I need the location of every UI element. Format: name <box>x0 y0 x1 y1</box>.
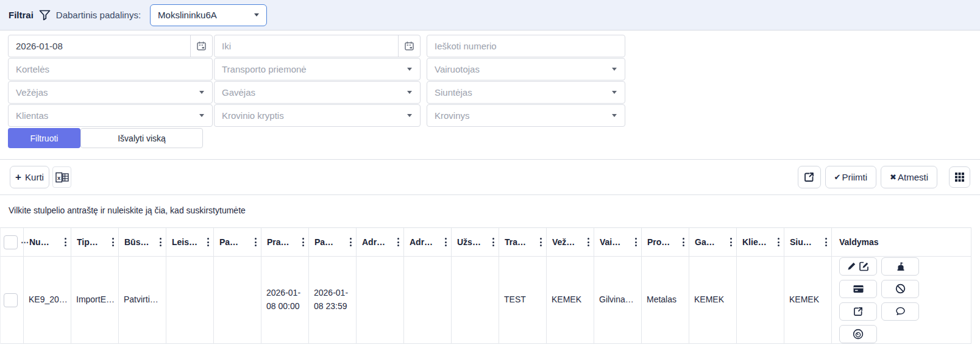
column-menu-icon[interactable] <box>634 236 638 248</box>
column-menu-icon[interactable] <box>491 236 495 248</box>
column-header[interactable]: Pa… <box>309 228 357 256</box>
column-header[interactable]: Adr… <box>357 228 404 256</box>
column-menu-icon[interactable] <box>539 236 543 248</box>
row-checkbox[interactable] <box>4 293 18 307</box>
search-number-input[interactable]: Ieškoti numerio <box>427 35 625 57</box>
columns-grid-button[interactable] <box>949 166 970 188</box>
sign-button[interactable] <box>881 257 919 276</box>
date-from-value: 2026-01-08 <box>9 41 190 51</box>
chevron-down-icon <box>199 91 204 94</box>
column-header[interactable]: Tip… <box>71 228 119 256</box>
table-cell <box>404 257 452 343</box>
table-cell: Metalas <box>642 257 689 343</box>
edit-button[interactable] <box>839 257 877 276</box>
select-all-cell: ⋯ <box>1 228 24 256</box>
table-cell <box>357 257 404 343</box>
column-header-label: Pra… <box>267 237 301 247</box>
division-label: Dabartinis padalinys: <box>56 10 141 20</box>
gauge-button[interactable] <box>839 325 877 343</box>
table-cell: KEMEK <box>547 257 594 343</box>
filter-clear-button[interactable]: Išvalyti viską <box>80 128 203 148</box>
column-menu-icon[interactable] <box>158 236 163 248</box>
table-cell: ImportE… <box>71 257 119 343</box>
column-header-label: Vež… <box>552 237 586 247</box>
date-from-field[interactable]: 2026-01-08 <box>8 35 213 57</box>
table-cell: Patvirti… <box>119 257 166 343</box>
column-header[interactable]: Vai… <box>594 228 642 256</box>
column-header[interactable]: Pro… <box>642 228 689 256</box>
comment-icon <box>895 307 906 316</box>
column-menu-icon[interactable] <box>681 236 686 248</box>
column-menu-icon[interactable] <box>254 236 258 248</box>
chevron-down-icon <box>407 68 412 71</box>
column-header[interactable]: Tra… <box>499 228 547 256</box>
share-icon <box>853 307 863 316</box>
share-button[interactable] <box>798 166 821 188</box>
share-icon <box>804 172 814 182</box>
column-header[interactable]: Siu… <box>784 228 832 256</box>
column-header[interactable]: Ga… <box>689 228 737 256</box>
row-select-cell <box>1 257 24 343</box>
column-header-label: Adr… <box>362 237 396 247</box>
columns-grid-icon <box>955 173 964 182</box>
column-header[interactable]: Klie… <box>737 228 784 256</box>
table-cell: 2026-01-08 00:00 <box>261 257 309 343</box>
carrier-select[interactable]: Vežėjas <box>8 81 213 104</box>
column-header[interactable]: Užs… <box>452 228 499 256</box>
column-header[interactable]: Nu… <box>24 228 71 256</box>
excel-export-icon: x <box>55 171 69 184</box>
driver-select[interactable]: Vairuotojas <box>427 58 625 80</box>
column-header[interactable]: Pra… <box>261 228 309 256</box>
cards-input[interactable]: Kortelės <box>8 58 213 80</box>
column-menu-icon[interactable] <box>444 236 448 248</box>
date-to-field[interactable]: Iki <box>214 35 421 57</box>
column-menu-icon[interactable] <box>206 236 210 248</box>
select-all-checkbox[interactable] <box>4 235 18 249</box>
sender-select[interactable]: Siuntėjas <box>427 81 625 104</box>
date-to-placeholder: Iki <box>215 41 398 51</box>
filter-apply-button[interactable]: Filtruoti <box>8 128 80 148</box>
receiver-select[interactable]: Gavėjas <box>214 81 421 104</box>
column-header[interactable]: Vež… <box>547 228 594 256</box>
column-menu-icon[interactable] <box>396 236 400 248</box>
table-cell: KE9_20… <box>24 257 71 343</box>
column-menu-icon[interactable] <box>824 236 828 248</box>
column-menu-icon[interactable] <box>301 236 305 248</box>
column-header-label: Tra… <box>505 237 539 247</box>
division-select[interactable]: Mokslininku6A <box>150 4 267 26</box>
create-button[interactable]: + Kurti <box>10 166 49 188</box>
comment-button[interactable] <box>881 302 919 321</box>
column-menu-icon[interactable] <box>776 236 781 248</box>
table-cell: TEST <box>499 257 547 343</box>
excel-export-button[interactable]: x <box>52 166 71 188</box>
transport-select[interactable]: Transporto priemonė <box>214 58 421 80</box>
table-body: KE9_20…ImportE…Patvirti…2026-01-08 00:00… <box>1 257 971 344</box>
table-cell <box>166 257 214 343</box>
column-menu-icon[interactable] <box>586 236 591 248</box>
column-header[interactable]: Leis… <box>166 228 214 256</box>
column-header[interactable]: Būs… <box>119 228 166 256</box>
client-select[interactable]: Klientas <box>8 104 213 127</box>
column-header[interactable]: Pa… <box>214 228 261 256</box>
data-grid: ⋯ Nu…Tip…Būs…Leis…Pa…Pra…Pa…Adr…Adr…Užs…… <box>0 227 971 344</box>
table-cell: Gilvina… <box>594 257 642 343</box>
accept-button[interactable]: ✔ Priimti <box>825 166 877 188</box>
card-button[interactable] <box>839 280 877 298</box>
calendar-icon[interactable] <box>398 35 420 57</box>
column-menu-icon[interactable] <box>111 236 115 248</box>
cargo-direction-select[interactable]: Krovinio kryptis <box>214 104 421 127</box>
column-header[interactable]: Adr… <box>404 228 452 256</box>
cargo-select[interactable]: Krovinys <box>427 104 625 127</box>
header-bar: Filtrai Dabartinis padalinys: Mokslinink… <box>0 0 980 30</box>
column-menu-icon[interactable] <box>349 236 353 248</box>
column-menu-icon[interactable] <box>63 236 68 248</box>
export-button[interactable] <box>839 302 877 321</box>
column-header-label: Vai… <box>600 237 634 247</box>
column-menu-icon[interactable] <box>729 236 733 248</box>
cancel-button[interactable] <box>881 280 919 298</box>
calendar-icon[interactable] <box>190 35 212 57</box>
chevron-down-icon <box>407 114 412 117</box>
table-cell <box>737 257 784 343</box>
x-icon: ✖ <box>890 173 897 182</box>
reject-button[interactable]: ✖ Atmesti <box>881 166 937 188</box>
